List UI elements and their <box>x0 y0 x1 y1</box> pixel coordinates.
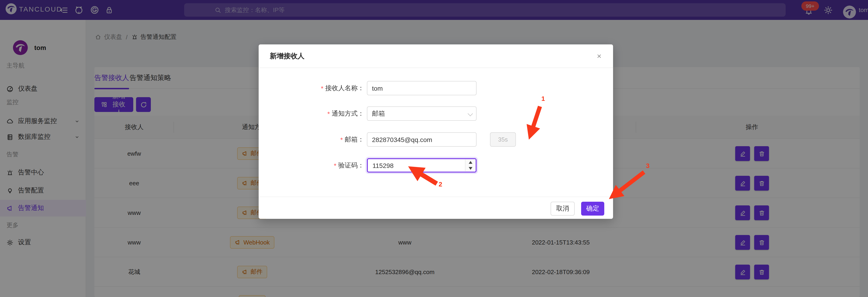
recipient-name-input[interactable] <box>367 81 476 95</box>
required-asterisk: * <box>327 110 330 117</box>
form-row-email: *邮箱： 35s <box>259 132 613 147</box>
stepper-up-icon[interactable] <box>465 160 475 165</box>
number-stepper[interactable] <box>465 160 475 171</box>
stepper-down-icon[interactable] <box>465 165 475 171</box>
notice-method-select[interactable]: 邮箱 <box>367 106 476 121</box>
add-recipient-modal: 新增接收人 × *接收人名称： *通知方式： 邮箱 *邮箱： 35s *验证码： <box>259 44 613 219</box>
form-row-name: *接收人名称： <box>259 81 613 95</box>
email-input[interactable] <box>367 132 476 147</box>
required-asterisk: * <box>321 85 323 92</box>
confirm-button[interactable]: 确定 <box>581 202 604 216</box>
annotation-label-2: 2 <box>439 180 442 188</box>
send-code-countdown-button[interactable]: 35s <box>490 132 516 147</box>
chevron-down-icon <box>468 111 473 117</box>
modal-footer: 取消 确定 <box>259 197 613 219</box>
form-row-method: *通知方式： 邮箱 <box>259 106 613 121</box>
modal-title: 新增接收人 <box>270 52 305 60</box>
name-field-label: *接收人名称： <box>290 81 364 95</box>
cancel-button[interactable]: 取消 <box>551 202 575 216</box>
close-icon[interactable]: × <box>594 51 605 62</box>
form-row-code: *验证码： <box>259 158 613 172</box>
modal-header: 新增接收人 × <box>259 44 613 68</box>
select-value: 邮箱 <box>372 109 385 118</box>
required-asterisk: * <box>340 136 343 143</box>
email-field-label: *邮箱： <box>290 132 364 147</box>
required-asterisk: * <box>334 162 336 169</box>
method-field-label: *通知方式： <box>290 106 364 121</box>
app-root: TANCLOUD <box>0 0 868 297</box>
annotation-label-3: 3 <box>646 162 650 169</box>
code-field-label: *验证码： <box>290 158 364 172</box>
verification-code-input[interactable] <box>367 158 476 172</box>
annotation-label-1: 1 <box>541 95 545 102</box>
